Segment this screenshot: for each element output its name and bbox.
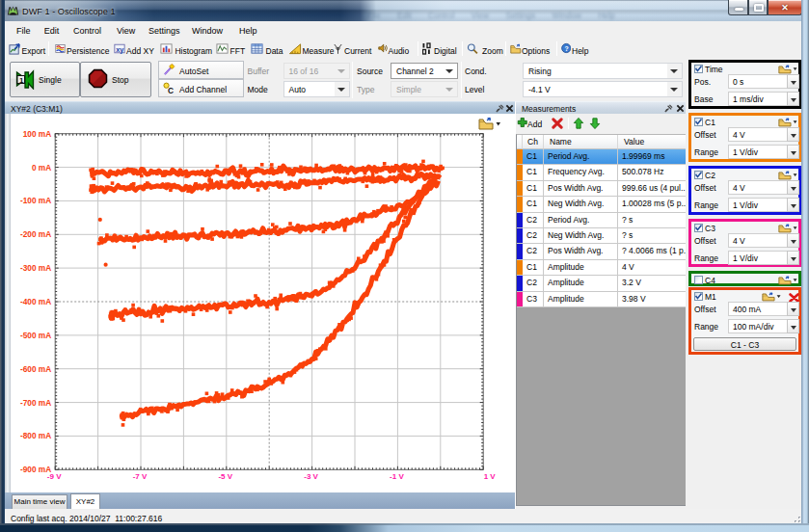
svg-text:-100 mA: -100 mA (20, 196, 51, 205)
svg-text:1 V: 1 V (484, 472, 497, 481)
svg-text:-3 V: -3 V (304, 472, 318, 481)
svg-text:-500 mA: -500 mA (20, 331, 51, 340)
svg-text:C: C (168, 86, 174, 94)
svg-text:xy: xy (116, 45, 123, 54)
svg-text:-800 mA: -800 mA (20, 431, 51, 440)
svg-text:0 mA: 0 mA (32, 163, 51, 173)
svg-text:-1 V: -1 V (390, 472, 404, 481)
svg-text:-200 mA: -200 mA (20, 229, 51, 239)
svg-text:100 mA: 100 mA (23, 129, 52, 139)
svg-text:-9 V: -9 V (47, 472, 62, 481)
svg-text:-300 mA: -300 mA (20, 263, 51, 273)
svg-text:-7 V: -7 V (133, 472, 148, 481)
svg-text:1: 1 (19, 76, 24, 85)
svg-text:?: ? (564, 45, 568, 52)
svg-text:-400 mA: -400 mA (20, 297, 51, 306)
svg-text:-600 mA: -600 mA (20, 364, 51, 374)
svg-text:-5 V: -5 V (218, 472, 232, 481)
svg-text:-700 mA: -700 mA (20, 398, 51, 408)
